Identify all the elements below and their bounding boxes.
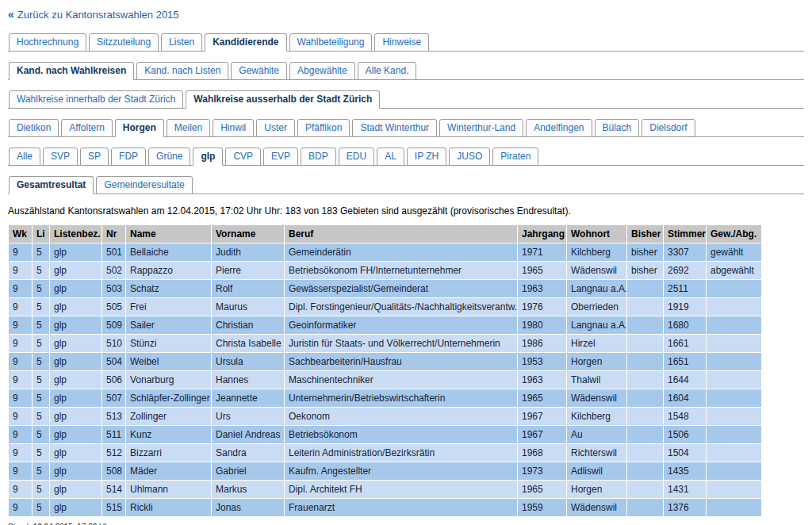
- tab-kand-nach-listen[interactable]: Kand. nach Listen: [136, 62, 228, 80]
- tab-rows: HochrechnungSitzzuteilungListenKandidier…: [8, 33, 804, 194]
- table-row: 95glp509SailerChristianGeoinformatiker19…: [9, 316, 762, 335]
- tab-gr-ne[interactable]: Grüne: [148, 148, 190, 166]
- tab-cvp[interactable]: CVP: [225, 148, 261, 166]
- cell-beruf: Betriebsökonom: [285, 426, 518, 444]
- cell-beruf: Frauenarzt: [285, 499, 518, 517]
- tab-affoltern[interactable]: Affoltern: [61, 119, 112, 137]
- tab-al[interactable]: AL: [377, 148, 404, 166]
- cell-vorname: Ursula: [212, 353, 285, 371]
- cell-vorname: Jeannette: [212, 389, 285, 408]
- tab-meilen[interactable]: Meilen: [167, 119, 210, 137]
- tab-uster[interactable]: Uster: [256, 119, 295, 137]
- tab-hochrechnung[interactable]: Hochrechnung: [9, 33, 86, 52]
- cell-li: 5: [33, 243, 50, 262]
- tab-hinweise[interactable]: Hinweise: [374, 33, 429, 52]
- tab-bdp[interactable]: BDP: [301, 148, 336, 166]
- cell-jahrgang: 1967: [518, 408, 567, 426]
- tab-wahlbeteiligung[interactable]: Wahlbeteiligung: [289, 33, 373, 52]
- cell-gew-abg: [707, 444, 762, 462]
- column-header-wohnort[interactable]: Wohnort: [567, 225, 627, 243]
- tab-glp[interactable]: glp: [193, 148, 223, 166]
- tab-juso[interactable]: JUSO: [449, 148, 490, 166]
- tab-sp[interactable]: SP: [80, 148, 109, 166]
- back-link[interactable]: «Zurück zu Kantonsratswahlen 2015: [8, 8, 179, 21]
- cell-wk: 9: [9, 316, 33, 335]
- tab-edu[interactable]: EDU: [339, 148, 374, 166]
- tab-listen[interactable]: Listen: [161, 33, 202, 52]
- tab-row-resultat-ebene: GesamtresultatGemeinderesultate: [8, 176, 804, 194]
- cell-wohnort: Thalwil: [567, 371, 627, 389]
- tab-dietikon[interactable]: Dietikon: [9, 119, 59, 137]
- cell-jahrgang: 1973: [518, 462, 567, 481]
- cell-bisher: [627, 408, 664, 426]
- cell-nr: 514: [102, 481, 126, 499]
- cell-wk: 9: [9, 262, 33, 280]
- column-header-li[interactable]: Li: [33, 225, 50, 243]
- tab-pf-ffikon[interactable]: Pfäffikon: [297, 119, 350, 137]
- cell-name: Rickli: [126, 499, 212, 517]
- column-header-nr[interactable]: Nr: [102, 225, 126, 243]
- tab-abgew-hlte[interactable]: Abgewählte: [289, 62, 355, 80]
- tab-piraten[interactable]: Piraten: [492, 148, 538, 166]
- column-header-name[interactable]: Name: [126, 225, 212, 243]
- cell-jahrgang: 1959: [518, 499, 567, 517]
- cell-wk: 9: [9, 389, 33, 408]
- table-row: 95glp502RappazzoPierreBetriebsökonom FH/…: [9, 262, 762, 280]
- cell-beruf: Kaufm. Angestellter: [285, 462, 518, 481]
- cell-beruf: Betriebsökonom FH/Internetunternehmer: [285, 262, 518, 280]
- tab-stadt-winterthur[interactable]: Stadt Winterthur: [352, 119, 437, 137]
- tab-horgen[interactable]: Horgen: [115, 119, 164, 137]
- tab-gemeinderesultate[interactable]: Gemeinderesultate: [96, 176, 192, 194]
- tab-wahlkreise-ausserhalb-der-stadt-z-rich[interactable]: Wahlkreise ausserhalb der Stadt Zürich: [186, 90, 380, 109]
- tab-gesamtresultat[interactable]: Gesamtresultat: [9, 176, 94, 194]
- cell-li: 5: [33, 371, 50, 389]
- tab-alle-kand[interactable]: Alle Kand.: [358, 62, 417, 80]
- cell-stimmen: 1506: [664, 426, 707, 444]
- column-header-bisher[interactable]: Bisher: [627, 225, 664, 243]
- cell-vorname: Maurus: [212, 298, 285, 316]
- tab-winterthur-land[interactable]: Winterthur-Land: [439, 119, 523, 137]
- cell-beruf: Dipl. Architekt FH: [285, 481, 518, 499]
- tab-kandidierende[interactable]: Kandidierende: [205, 33, 286, 52]
- cell-bisher: [627, 298, 664, 316]
- cell-wk: 9: [9, 335, 33, 353]
- tab-hinwil[interactable]: Hinwil: [213, 119, 254, 137]
- tab-kand-nach-wahlkreisen[interactable]: Kand. nach Wahlkreisen: [9, 62, 134, 80]
- tab-andelfingen[interactable]: Andelfingen: [526, 119, 592, 137]
- cell-li: 5: [33, 462, 50, 481]
- cell-stimmen: 1431: [664, 481, 707, 499]
- tab-b-lach[interactable]: Bülach: [595, 119, 640, 137]
- cell-jahrgang: 1963: [518, 280, 567, 298]
- tab-wahlkreise-innerhalb-der-stadt-z-rich[interactable]: Wahlkreise innerhalb der Stadt Zürich: [9, 90, 183, 109]
- column-header-vorname[interactable]: Vorname: [212, 225, 285, 243]
- tab-alle[interactable]: Alle: [9, 148, 40, 166]
- cell-beruf: Maschinentechniker: [285, 371, 518, 389]
- tab-ip-zh[interactable]: IP ZH: [407, 148, 446, 166]
- column-header-wk[interactable]: Wk: [9, 225, 33, 243]
- tab-row-main-sections: HochrechnungSitzzuteilungListenKandidier…: [8, 33, 804, 52]
- cell-nr: 507: [102, 389, 126, 408]
- cell-nr: 506: [102, 371, 126, 389]
- cell-li: 5: [33, 316, 50, 335]
- tab-dielsdorf[interactable]: Dielsdorf: [642, 119, 695, 137]
- cell-wohnort: Horgen: [567, 353, 627, 371]
- cell-stimmen: 1504: [664, 444, 707, 462]
- cell-stimmen: 1651: [664, 353, 707, 371]
- cell-gew-abg: [707, 298, 762, 316]
- tab-gew-hlte[interactable]: Gewählte: [231, 62, 287, 80]
- cell-stimmen: 1435: [664, 462, 707, 481]
- cell-stimmen: 1644: [664, 371, 707, 389]
- column-header-stimmen[interactable]: Stimmen: [664, 225, 707, 243]
- column-header-gew-abg[interactable]: Gew./Abg.: [707, 225, 762, 243]
- tab-svp[interactable]: SVP: [43, 148, 78, 166]
- column-header-listenbez[interactable]: Listenbez.: [50, 225, 102, 243]
- cell-li: 5: [33, 389, 50, 408]
- cell-jahrgang: 1953: [518, 353, 567, 371]
- cell-li: 5: [33, 262, 50, 280]
- tab-fdp[interactable]: FDP: [111, 148, 146, 166]
- column-header-beruf[interactable]: Beruf: [285, 225, 518, 243]
- tab-sitzzuteilung[interactable]: Sitzzuteilung: [89, 33, 159, 52]
- cell-gew-abg: gewählt: [707, 243, 762, 262]
- tab-evp[interactable]: EVP: [263, 148, 298, 166]
- column-header-jahrgang[interactable]: Jahrgang: [518, 225, 567, 243]
